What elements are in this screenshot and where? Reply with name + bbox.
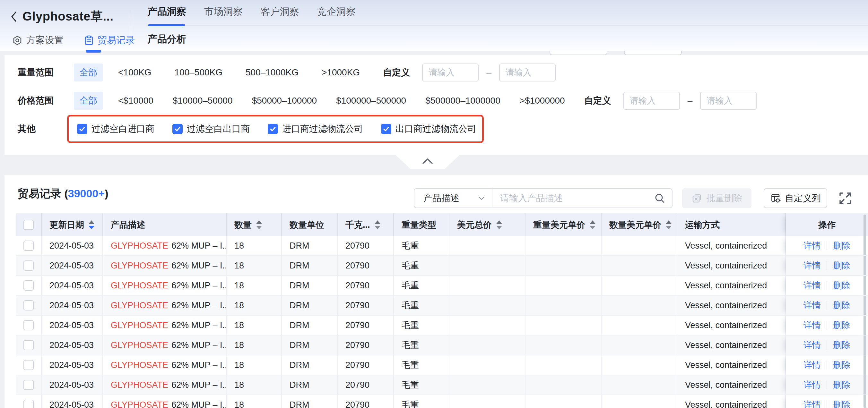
delete-link[interactable]: 删除 — [833, 280, 850, 291]
price-max-input[interactable] — [700, 92, 756, 110]
checkbox-checked-icon[interactable] — [77, 124, 87, 134]
delete-link[interactable]: 删除 — [833, 379, 850, 391]
price-min-input[interactable] — [623, 92, 680, 110]
row-checkbox[interactable] — [24, 261, 34, 271]
delete-link[interactable]: 删除 — [833, 359, 850, 371]
sort-icon[interactable] — [89, 220, 94, 229]
search-field-select[interactable]: 产品描述 — [414, 189, 492, 207]
nav-tabs: 产品洞察市场洞察客户洞察竞企洞察 — [148, 5, 356, 20]
cell-usd-per-weight — [526, 375, 601, 395]
detail-link[interactable]: 详情 — [804, 319, 821, 331]
sort-icon[interactable] — [496, 220, 502, 229]
column-header-数量美元单价[interactable]: 数量美元单价 — [601, 213, 677, 236]
cell-actions: 详情删除 — [786, 375, 868, 395]
select-all-checkbox[interactable] — [24, 220, 34, 230]
detail-link[interactable]: 详情 — [804, 359, 821, 371]
cell-usd-per-quantity — [601, 296, 677, 316]
column-header-select[interactable] — [16, 213, 42, 236]
action-link-divider — [827, 241, 827, 250]
delete-link[interactable]: 删除 — [833, 240, 850, 251]
checkbox-checked-icon[interactable] — [268, 124, 278, 134]
price-range-option[interactable]: $100000–500000 — [336, 96, 406, 106]
row-checkbox[interactable] — [24, 241, 34, 251]
detail-link[interactable]: 详情 — [804, 280, 821, 291]
price-range-option[interactable]: <$10000 — [118, 96, 153, 106]
detail-link[interactable]: 详情 — [804, 300, 821, 311]
tab-product-analysis[interactable]: 产品分析 — [148, 33, 186, 46]
price-range-option[interactable]: $50000–100000 — [252, 96, 317, 106]
price-range-option[interactable]: $10000–50000 — [173, 96, 233, 106]
other-filter-item[interactable]: 进口商过滤物流公司 — [268, 123, 363, 135]
cell-quantity-unit: DRM — [282, 336, 338, 355]
delete-link[interactable]: 删除 — [833, 339, 850, 351]
price-range-option[interactable]: >$1000000 — [520, 96, 565, 106]
column-header-重量美元单价[interactable]: 重量美元单价 — [526, 213, 601, 236]
chevron-up-icon — [421, 158, 434, 169]
sub-tab-plan-settings[interactable]: 方案设置 — [12, 34, 64, 47]
row-checkbox[interactable] — [24, 340, 34, 350]
fullscreen-expand-icon[interactable] — [838, 192, 852, 205]
delete-link[interactable]: 删除 — [833, 260, 850, 271]
weight-range-all-chip[interactable]: 全部 — [74, 64, 103, 81]
column-header-数量[interactable]: 数量 — [227, 213, 282, 236]
other-filter-item[interactable]: 过滤空白出口商 — [173, 123, 250, 135]
column-header-千克...[interactable]: 千克... — [338, 213, 394, 236]
search-input[interactable] — [492, 189, 654, 207]
row-checkbox[interactable] — [24, 380, 34, 390]
product-description-text: 62% MUP – I... — [172, 301, 227, 310]
weight-max-input[interactable] — [499, 64, 556, 81]
custom-columns-button[interactable]: 自定义列 — [764, 188, 827, 208]
collapse-filters-tab[interactable] — [396, 155, 460, 169]
detail-link[interactable]: 详情 — [804, 379, 821, 391]
detail-link[interactable]: 详情 — [804, 260, 821, 271]
checkbox-checked-icon[interactable] — [381, 124, 391, 134]
row-checkbox[interactable] — [24, 300, 34, 310]
other-filter-item[interactable]: 过滤空白进口商 — [77, 123, 154, 135]
row-checkbox[interactable] — [24, 360, 34, 370]
sub-tab-label: 方案设置 — [26, 34, 64, 47]
batch-delete-button[interactable]: 批量删除 — [682, 188, 751, 208]
delete-link[interactable]: 删除 — [833, 319, 850, 331]
cell-select — [16, 296, 42, 316]
weight-range-option[interactable]: 500–1000KG — [246, 67, 299, 78]
nav-tab-客户洞察[interactable]: 客户洞察 — [261, 5, 299, 20]
batch-delete-icon — [691, 193, 702, 204]
weight-range-option[interactable]: <100KG — [118, 67, 152, 78]
row-checkbox[interactable] — [24, 320, 34, 330]
cell-update-date: 2024-05-03 — [42, 375, 103, 395]
column-header-更新日期[interactable]: 更新日期 — [42, 213, 103, 236]
cell-actions: 详情删除 — [786, 355, 868, 375]
other-filter-item[interactable]: 出口商过滤物流公司 — [381, 123, 476, 135]
checkbox-label: 出口商过滤物流公司 — [396, 123, 476, 135]
delete-link[interactable]: 删除 — [833, 300, 850, 311]
product-keyword-highlight: GLYPHOSATE — [111, 400, 168, 408]
weight-min-input[interactable] — [422, 64, 478, 81]
row-checkbox[interactable] — [24, 400, 34, 408]
nav-tab-市场洞察[interactable]: 市场洞察 — [204, 5, 243, 20]
weight-range-option[interactable]: 100–500KG — [175, 67, 222, 78]
weight-range-option[interactable]: >1000KG — [322, 67, 360, 78]
row-checkbox[interactable] — [24, 280, 34, 291]
sub-tab-trade-records[interactable]: 贸易记录 — [84, 34, 135, 47]
sort-icon[interactable] — [590, 220, 595, 229]
detail-link[interactable]: 详情 — [804, 339, 821, 351]
cell-usd-per-quantity — [601, 355, 677, 375]
back-icon[interactable] — [10, 10, 18, 23]
sort-icon[interactable] — [375, 220, 380, 229]
checkbox-checked-icon[interactable] — [173, 124, 183, 134]
nav-tab-竞企洞察[interactable]: 竞企洞察 — [317, 5, 356, 20]
column-header-美元总价[interactable]: 美元总价 — [450, 213, 526, 236]
price-range-option[interactable]: $500000–1000000 — [425, 96, 500, 106]
sort-icon[interactable] — [666, 220, 672, 229]
cell-usd-per-quantity — [601, 236, 677, 256]
detail-link[interactable]: 详情 — [804, 240, 821, 251]
search-icon[interactable] — [654, 193, 665, 204]
cell-transport-mode: Vessel, containerized — [677, 395, 786, 408]
price-range-all-chip[interactable]: 全部 — [74, 92, 103, 110]
nav-tab-产品洞察[interactable]: 产品洞察 — [148, 5, 186, 20]
cell-kilograms: 20790 — [338, 276, 394, 296]
delete-link[interactable]: 删除 — [833, 399, 850, 408]
cell-actions: 详情删除 — [786, 336, 868, 355]
sort-icon[interactable] — [256, 220, 262, 229]
detail-link[interactable]: 详情 — [804, 399, 821, 408]
